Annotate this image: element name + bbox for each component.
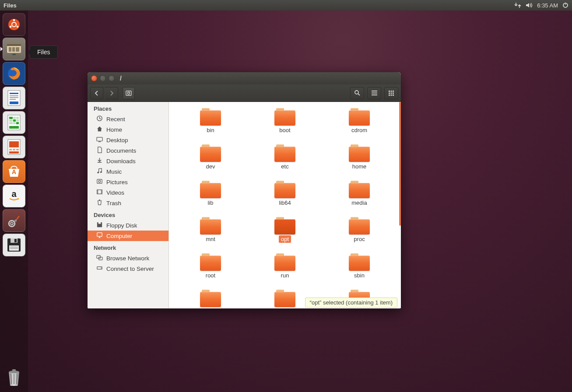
svg-rect-54 — [372, 94, 377, 95]
sidebar: Places RecentHomeDesktopDocumentsDownloa… — [88, 102, 169, 308]
folder-label: mnt — [204, 235, 218, 243]
sidebar-item-connect[interactable]: Connect to Server — [88, 263, 168, 274]
launcher-firefox[interactable] — [3, 62, 25, 85]
svg-rect-58 — [389, 92, 390, 94]
launcher-calc[interactable] — [3, 111, 25, 134]
sidebar-item-documents[interactable]: Documents — [88, 145, 168, 156]
search-button[interactable] — [350, 87, 364, 99]
folder-boot[interactable]: boot — [252, 106, 318, 136]
svg-rect-43 — [14, 239, 17, 242]
session-indicator-icon[interactable] — [562, 2, 568, 8]
svg-rect-62 — [391, 94, 392, 96]
launcher-writer[interactable] — [3, 87, 25, 109]
sidebar-item-pictures[interactable]: Pictures — [88, 177, 168, 187]
launcher-files[interactable] — [3, 38, 25, 60]
svg-rect-10 — [16, 47, 19, 52]
folder-home[interactable]: home — [326, 143, 392, 172]
svg-rect-56 — [391, 91, 392, 92]
folder-lib64[interactable]: lib64 — [252, 179, 318, 208]
folder-label: cdrom — [349, 126, 369, 134]
sidebar-item-label: Home — [106, 126, 122, 133]
sidebar-item-label: Browse Network — [106, 255, 149, 262]
titlebar[interactable]: / — [88, 72, 401, 84]
folder-opt[interactable]: opt — [252, 215, 318, 245]
launcher-software-center[interactable]: A — [3, 160, 25, 183]
folder-sbin[interactable]: sbin — [326, 252, 392, 281]
svg-rect-27 — [13, 122, 16, 124]
sidebar-item-trash[interactable]: Trash — [88, 198, 168, 208]
sidebar-item-home[interactable]: Home — [88, 124, 168, 135]
content-area[interactable]: binbootcdromdevetchomeliblib64mediamntop… — [169, 102, 401, 308]
path-root-button[interactable] — [123, 87, 135, 99]
folder-run[interactable]: run — [252, 252, 318, 281]
svg-rect-16 — [10, 97, 18, 98]
folder-icon — [200, 217, 221, 234]
launcher-impress[interactable] — [3, 136, 25, 158]
svg-rect-66 — [98, 141, 101, 142]
svg-rect-25 — [16, 119, 19, 122]
svg-point-78 — [101, 268, 102, 269]
sidebar-item-videos[interactable]: Videos — [88, 187, 168, 198]
network-indicator-icon[interactable] — [514, 2, 521, 8]
window-close-button[interactable] — [91, 75, 97, 81]
sound-indicator-icon[interactable] — [526, 2, 533, 8]
folder-etc[interactable]: etc — [252, 143, 318, 172]
svg-point-70 — [98, 180, 101, 182]
folder-icon — [274, 181, 295, 198]
folder-lib[interactable]: lib — [178, 179, 243, 208]
folder-mnt[interactable]: mnt — [178, 215, 243, 245]
clock-label[interactable]: 6:35 AM — [537, 2, 558, 9]
folder-root[interactable]: root — [178, 252, 243, 281]
folder-srv[interactable]: srv — [178, 288, 243, 308]
nav-back-button[interactable] — [90, 87, 103, 99]
sidebar-item-label: Desktop — [106, 137, 128, 144]
folder-icon — [200, 181, 221, 198]
svg-point-67 — [97, 172, 99, 173]
folder-media[interactable]: media — [326, 179, 392, 208]
folder-dev[interactable]: dev — [178, 143, 243, 172]
menubar-app-label[interactable]: Files — [4, 2, 17, 9]
sidebar-item-label: Trash — [106, 200, 121, 206]
sidebar-item-recent[interactable]: Recent — [88, 114, 168, 124]
sidebar-item-downloads[interactable]: Downloads — [88, 156, 168, 166]
home-icon — [96, 126, 103, 133]
svg-rect-9 — [12, 47, 15, 52]
svg-point-4 — [10, 26, 12, 28]
svg-rect-28 — [16, 122, 19, 124]
svg-rect-45 — [10, 247, 18, 248]
folder-label: home — [350, 163, 369, 170]
folder-cdrom[interactable]: cdrom — [326, 106, 392, 136]
launcher-dash[interactable] — [3, 13, 25, 36]
svg-rect-18 — [10, 102, 18, 104]
svg-point-51 — [355, 91, 358, 94]
grid-view-button[interactable] — [384, 87, 398, 99]
sidebar-item-floppy[interactable]: Floppy Disk — [88, 220, 168, 231]
launcher-settings[interactable] — [3, 209, 25, 232]
videos-icon — [96, 189, 103, 196]
nav-forward-button[interactable] — [105, 87, 118, 99]
launcher-trash[interactable] — [3, 366, 25, 388]
sidebar-item-music[interactable]: Music — [88, 166, 168, 177]
sidebar-item-desktop[interactable]: Desktop — [88, 135, 168, 145]
connect-icon — [96, 265, 103, 273]
sidebar-item-computer[interactable]: Computer — [88, 231, 168, 241]
svg-rect-34 — [16, 149, 19, 150]
svg-rect-53 — [372, 93, 377, 94]
svg-rect-74 — [97, 233, 102, 236]
folder-icon — [200, 253, 221, 271]
list-view-button[interactable] — [367, 87, 381, 99]
svg-rect-40 — [14, 220, 17, 222]
svg-rect-31 — [9, 141, 19, 147]
folder-proc[interactable]: proc — [326, 215, 392, 245]
sidebar-item-browse[interactable]: Browse Network — [88, 253, 168, 263]
scrollbar-thumb[interactable] — [399, 102, 401, 226]
window-minimize-button[interactable] — [100, 75, 106, 81]
svg-point-39 — [11, 223, 13, 225]
svg-rect-22 — [16, 117, 19, 119]
window-maximize-button[interactable] — [109, 75, 115, 81]
folder-bin[interactable]: bin — [178, 106, 243, 136]
scrollbar[interactable] — [398, 102, 401, 308]
music-icon — [96, 168, 103, 175]
launcher-floppy[interactable] — [3, 234, 25, 256]
launcher-amazon[interactable]: a — [3, 185, 25, 207]
